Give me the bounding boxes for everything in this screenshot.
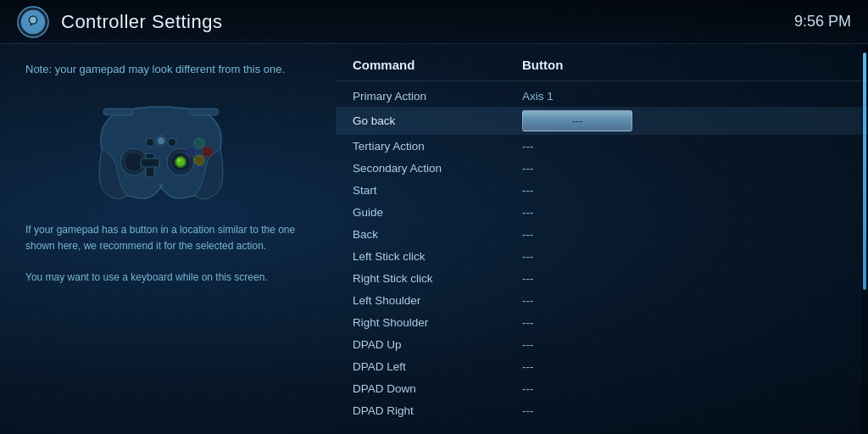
row-command-label: Start bbox=[353, 184, 522, 197]
header: Controller Settings 9:56 PM bbox=[0, 0, 868, 44]
row-button-value: --- bbox=[522, 184, 534, 197]
page-title: Controller Settings bbox=[61, 11, 222, 33]
svg-point-21 bbox=[158, 137, 164, 144]
svg-point-17 bbox=[186, 147, 196, 157]
clock-display: 9:56 PM bbox=[794, 13, 851, 31]
row-button-value: --- bbox=[522, 404, 534, 417]
table-row[interactable]: DPAD Up --- bbox=[336, 333, 868, 355]
row-command-label: DPAD Down bbox=[353, 382, 522, 395]
row-button-value: --- bbox=[522, 294, 534, 307]
col-command-header: Command bbox=[353, 58, 522, 72]
scrollbar-track[interactable] bbox=[861, 44, 868, 434]
row-button-value: --- bbox=[522, 206, 534, 219]
steam-logo-icon bbox=[17, 6, 49, 38]
svg-point-15 bbox=[203, 147, 213, 157]
table-row[interactable]: Right Stick click --- bbox=[336, 267, 868, 289]
controller-svg bbox=[68, 90, 254, 209]
table-row[interactable]: Back --- bbox=[336, 223, 868, 245]
row-button-value: --- bbox=[522, 162, 534, 175]
svg-point-2 bbox=[30, 16, 36, 23]
svg-rect-13 bbox=[141, 159, 159, 167]
col-button-header: Button bbox=[522, 58, 563, 72]
row-command-label: Go back bbox=[353, 114, 522, 127]
scrollbar-thumb[interactable] bbox=[863, 53, 866, 290]
left-panel: Note: your gamepad may look different fr… bbox=[0, 44, 322, 434]
row-command-label: Right Stick click bbox=[353, 272, 522, 285]
table-header: Command Button bbox=[336, 58, 868, 81]
row-command-label: Guide bbox=[353, 206, 522, 219]
row-command-label: Back bbox=[353, 228, 522, 241]
svg-rect-4 bbox=[189, 108, 219, 115]
row-button-value: --- bbox=[522, 140, 534, 153]
table-row[interactable]: DPAD Down --- bbox=[336, 377, 868, 399]
right-panel: Command Button Primary Action Axis 1 Go … bbox=[322, 44, 868, 434]
table-row[interactable]: DPAD Right --- bbox=[336, 399, 868, 420]
row-button-value: --- bbox=[522, 228, 534, 241]
table-row[interactable]: Left Stick click --- bbox=[336, 245, 868, 267]
header-left: Controller Settings bbox=[17, 6, 222, 38]
row-button-value: --- bbox=[522, 338, 534, 351]
info-text-1: If your gamepad has a button in a locati… bbox=[25, 222, 297, 254]
svg-point-10 bbox=[176, 158, 185, 166]
rows-container[interactable]: Primary Action Axis 1 Go back --- Tertia… bbox=[336, 85, 868, 420]
table-row[interactable]: Go back --- bbox=[336, 107, 868, 135]
main-content: Note: your gamepad may look different fr… bbox=[0, 44, 868, 434]
table-row[interactable]: Secondary Action --- bbox=[336, 157, 868, 179]
row-command-label: Tertiary Action bbox=[353, 140, 522, 153]
svg-point-18 bbox=[146, 138, 154, 147]
table-row[interactable]: Tertiary Action --- bbox=[336, 135, 868, 157]
row-command-label: DPAD Left bbox=[353, 360, 522, 373]
row-button-value: --- bbox=[522, 316, 534, 329]
table-row[interactable]: Start --- bbox=[336, 179, 868, 201]
svg-point-11 bbox=[177, 159, 181, 162]
svg-point-16 bbox=[194, 155, 204, 165]
table-row[interactable]: DPAD Left --- bbox=[336, 355, 868, 377]
row-command-label: Right Shoulder bbox=[353, 316, 522, 329]
row-button-value: --- bbox=[522, 382, 534, 395]
table-row[interactable]: Right Shoulder --- bbox=[336, 311, 868, 333]
table-row[interactable]: Primary Action Axis 1 bbox=[336, 85, 868, 107]
row-button-value: --- bbox=[522, 250, 534, 263]
row-button-value: Axis 1 bbox=[522, 90, 554, 103]
row-button-value: --- bbox=[522, 272, 534, 285]
svg-point-20 bbox=[168, 138, 176, 147]
table-row[interactable]: Guide --- bbox=[336, 201, 868, 223]
svg-rect-3 bbox=[103, 108, 133, 115]
row-command-label: DPAD Right bbox=[353, 404, 522, 417]
row-command-label: Secondary Action bbox=[353, 162, 522, 175]
row-command-label: Left Shoulder bbox=[353, 294, 522, 307]
row-command-label: Left Stick click bbox=[353, 250, 522, 263]
row-button-value: --- bbox=[522, 360, 534, 373]
controller-illustration bbox=[25, 90, 297, 209]
button-input-box[interactable]: --- bbox=[522, 110, 632, 131]
table-row[interactable]: Left Shoulder --- bbox=[336, 289, 868, 311]
row-command-label: DPAD Up bbox=[353, 338, 522, 351]
info-text-2: You may want to use a keyboard while on … bbox=[25, 270, 297, 286]
svg-point-14 bbox=[194, 138, 204, 148]
gamepad-note: Note: your gamepad may look different fr… bbox=[25, 61, 297, 78]
row-command-label: Primary Action bbox=[353, 90, 522, 103]
